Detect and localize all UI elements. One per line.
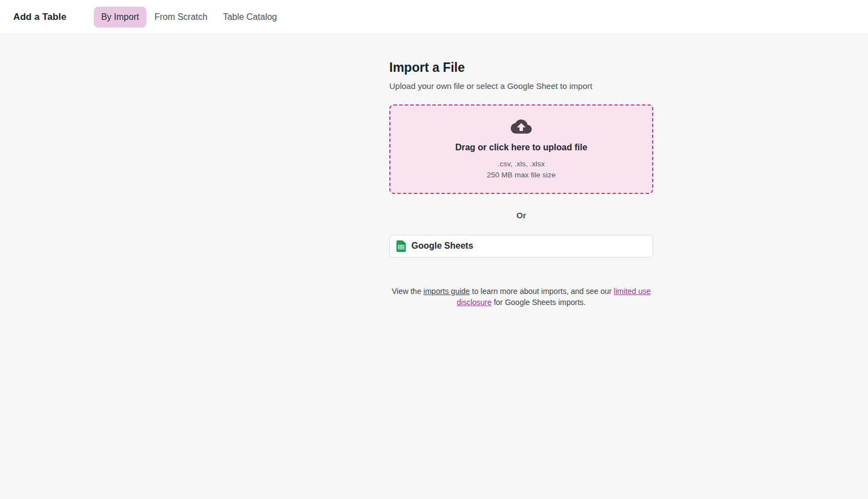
page-heading: Import a File <box>389 60 653 76</box>
tab-from-scratch[interactable]: From Scratch <box>147 7 215 28</box>
footer-text-prefix: View the <box>391 287 423 296</box>
page-title: Add a Table <box>13 12 66 23</box>
tab-bar: By Import From Scratch Table Catalog <box>94 7 284 28</box>
imports-guide-link[interactable]: imports guide <box>424 287 470 296</box>
google-sheets-button[interactable]: Google Sheets <box>389 235 653 258</box>
footer-note: View the imports guide to learn more abo… <box>389 286 653 308</box>
google-sheets-button-label: Google Sheets <box>411 241 473 251</box>
header: Add a Table By Import From Scratch Table… <box>0 0 868 34</box>
dropzone-max-size: 250 MB max file size <box>487 171 556 179</box>
google-sheets-icon <box>396 240 406 252</box>
tab-table-catalog[interactable]: Table Catalog <box>216 7 284 28</box>
or-divider-label: Or <box>389 211 653 220</box>
app-window: Add a Table By Import From Scratch Table… <box>0 0 868 499</box>
tab-by-import[interactable]: By Import <box>94 7 146 28</box>
footer-text-suffix: for Google Sheets imports. <box>491 298 585 307</box>
dropzone-formats: .csv, .xls, .xlsx <box>497 160 544 168</box>
dropzone-title: Drag or click here to upload file <box>455 143 587 153</box>
footer-text-middle: to learn more about imports, and see our <box>470 287 614 296</box>
import-panel: Import a File Upload your own file or se… <box>389 60 653 308</box>
file-dropzone[interactable]: Drag or click here to upload file .csv, … <box>389 104 653 194</box>
page-subheading: Upload your own file or select a Google … <box>389 80 653 92</box>
cloud-upload-icon <box>511 119 532 136</box>
main-area: Import a File Upload your own file or se… <box>0 34 868 499</box>
